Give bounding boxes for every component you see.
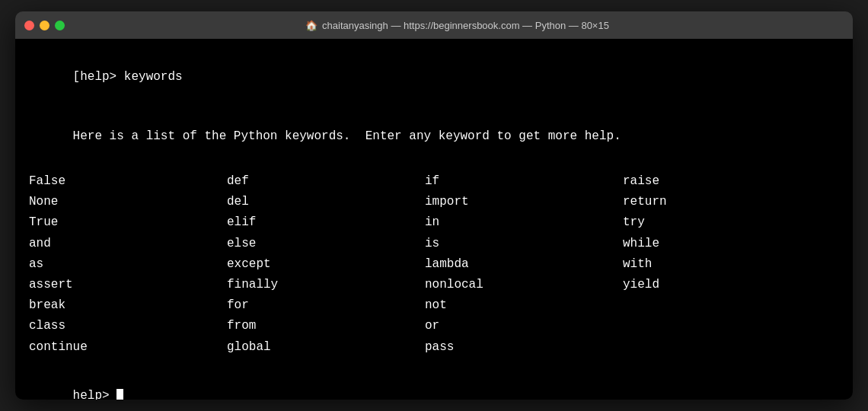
close-button[interactable] <box>24 21 34 30</box>
titlebar-center: 🏠 chaitanyasingh — https://beginnersbook… <box>71 20 844 31</box>
keyword-continue: continue <box>29 337 227 358</box>
keyword-class: class <box>29 316 227 336</box>
col4: raise return try while with yield <box>623 171 821 358</box>
keyword-lambda: lambda <box>425 254 623 275</box>
description-text: Here is a list of the Python keywords. E… <box>73 129 621 143</box>
keyword-nonlocal: nonlocal <box>425 275 623 295</box>
keyword-global: global <box>227 337 425 358</box>
keyword-and: and <box>29 234 227 254</box>
keyword-not: not <box>425 295 623 316</box>
keyword-from: from <box>227 316 425 336</box>
col1: False None True and as assert break clas… <box>29 171 227 358</box>
keyword-while: while <box>623 234 821 254</box>
col3: if import in is lambda nonlocal not or p… <box>425 171 623 358</box>
keyword-none: None <box>29 192 227 212</box>
keyword-elif: elif <box>227 212 425 233</box>
prompt-text-1: [help> keywords <box>73 70 183 84</box>
keyword-in: in <box>425 212 623 233</box>
keywords-grid: False None True and as assert break clas… <box>29 171 839 358</box>
titlebar-title: chaitanyasingh — https://beginnersbook.c… <box>322 20 609 31</box>
keyword-finally: finally <box>227 275 425 295</box>
keyword-import: import <box>425 192 623 212</box>
keyword-try: try <box>623 212 821 233</box>
minimize-button[interactable] <box>40 21 49 30</box>
keyword-pass: pass <box>425 337 623 358</box>
keyword-if: if <box>425 171 623 192</box>
keyword-raise: raise <box>623 171 821 192</box>
keyword-def: def <box>227 171 425 192</box>
terminal-body[interactable]: [help> keywords Here is a list of the Py… <box>15 39 853 400</box>
prompt-line-1: [help> keywords <box>29 49 839 104</box>
keyword-yield: yield <box>623 275 821 295</box>
keyword-del: del <box>227 192 425 212</box>
keyword-true: True <box>29 212 227 233</box>
keyword-is: is <box>425 234 623 254</box>
keyword-with: with <box>623 254 821 275</box>
keyword-for: for <box>227 295 425 316</box>
keyword-except: except <box>227 254 425 275</box>
bottom-prompt-text: help> <box>73 389 117 400</box>
cursor <box>116 389 123 400</box>
keyword-return: return <box>623 192 821 212</box>
keyword-or: or <box>425 316 623 336</box>
maximize-button[interactable] <box>55 21 65 30</box>
keyword-false: False <box>29 171 227 192</box>
bottom-prompt-line: help> <box>29 368 839 400</box>
keyword-as: as <box>29 254 227 275</box>
keyword-else: else <box>227 234 425 254</box>
terminal-window: 🏠 chaitanyasingh — https://beginnersbook… <box>15 11 853 400</box>
keyword-break: break <box>29 295 227 316</box>
titlebar: 🏠 chaitanyasingh — https://beginnersbook… <box>15 11 853 39</box>
description-line: Here is a list of the Python keywords. E… <box>29 109 839 164</box>
home-icon: 🏠 <box>305 20 318 31</box>
traffic-lights <box>24 21 65 30</box>
keyword-assert: assert <box>29 275 227 295</box>
col2: def del elif else except finally for fro… <box>227 171 425 358</box>
